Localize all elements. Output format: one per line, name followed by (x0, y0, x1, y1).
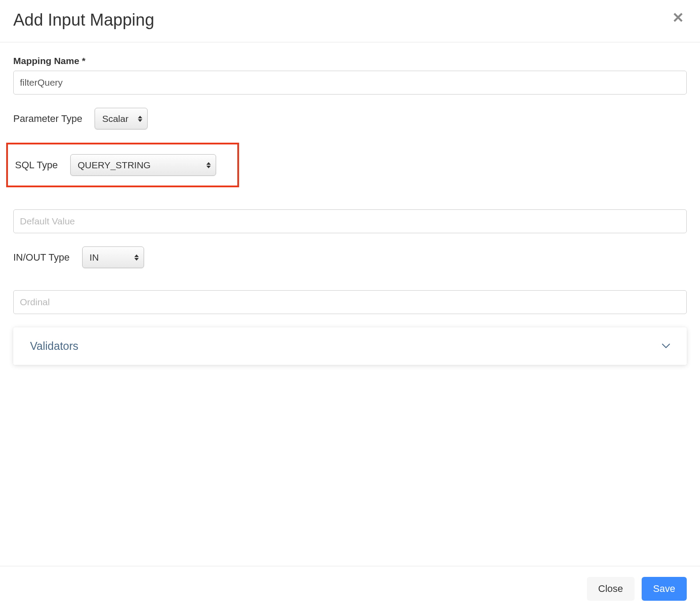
modal-body: Mapping Name * Parameter Type Scalar SQL… (0, 42, 700, 566)
default-value-group (13, 209, 687, 233)
chevron-down-icon (662, 344, 670, 349)
close-button[interactable]: Close (587, 577, 635, 601)
close-icon[interactable]: ✕ (670, 11, 687, 25)
parameter-type-row: Parameter Type Scalar (13, 108, 687, 129)
inout-type-select-wrap: IN (82, 246, 144, 268)
ordinal-input[interactable] (13, 290, 687, 314)
modal-header: Add Input Mapping ✕ (0, 0, 700, 42)
mapping-name-input[interactable] (13, 71, 687, 95)
parameter-type-select-wrap: Scalar (95, 108, 148, 129)
sql-type-label: SQL Type (15, 159, 58, 171)
default-value-input[interactable] (13, 209, 687, 233)
mapping-name-group: Mapping Name * (13, 56, 687, 95)
validators-panel[interactable]: Validators (13, 327, 687, 365)
modal-footer: Close Save (0, 566, 700, 614)
save-button[interactable]: Save (642, 577, 687, 601)
inout-type-label: IN/OUT Type (13, 252, 70, 263)
modal-title: Add Input Mapping (13, 11, 154, 30)
sql-type-select-wrap: QUERY_STRING (70, 154, 216, 176)
parameter-type-select[interactable]: Scalar (95, 108, 148, 129)
validators-title: Validators (30, 340, 78, 352)
inout-type-row: IN/OUT Type IN (13, 246, 687, 268)
ordinal-group (13, 290, 687, 314)
add-input-mapping-modal: Add Input Mapping ✕ Mapping Name * Param… (0, 0, 700, 614)
sql-type-highlight: SQL Type QUERY_STRING (6, 143, 239, 187)
inout-type-select[interactable]: IN (82, 246, 144, 268)
parameter-type-label: Parameter Type (13, 113, 82, 125)
sql-type-select[interactable]: QUERY_STRING (70, 154, 216, 176)
mapping-name-label: Mapping Name * (13, 56, 85, 66)
